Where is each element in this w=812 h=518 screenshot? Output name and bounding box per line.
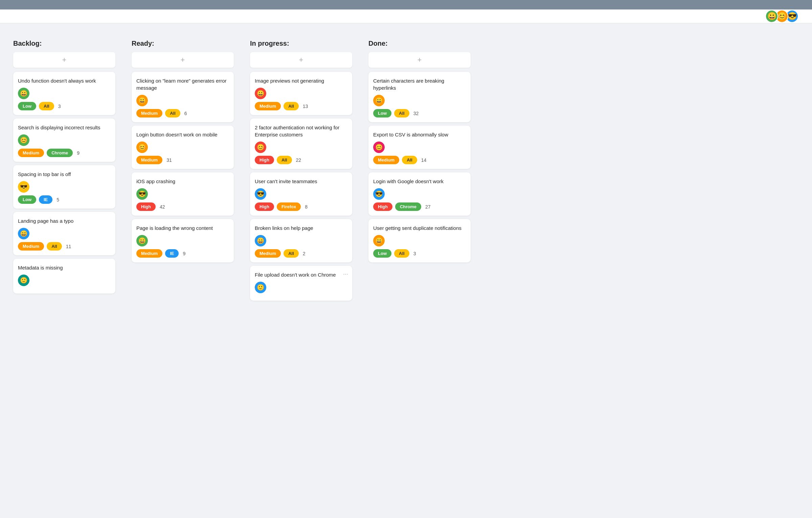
card-avatar: 🙂 [18, 275, 29, 286]
card-count: 5 [57, 197, 59, 202]
card[interactable]: Certain characters are breaking hyperlin… [368, 72, 471, 122]
card-footer: MediumAll11 [18, 242, 111, 251]
card-title: Export to CSV is abnormally slow [373, 131, 466, 138]
top-bar [0, 0, 812, 9]
platform-badge: Firefox [277, 202, 301, 211]
card-footer: LowAll32 [373, 109, 466, 117]
platform-badge: Chrome [395, 202, 421, 211]
platform-badge: All [284, 102, 299, 110]
card[interactable]: User can't invite teammates😎HighFirefox8 [250, 172, 352, 216]
card-avatar: 😀 [136, 95, 148, 106]
add-card-button-in-progress[interactable]: + [250, 52, 352, 68]
card[interactable]: Login with Google doesn't work😎HighChrom… [368, 172, 471, 216]
card-avatar: 😊 [18, 134, 29, 146]
priority-badge: High [255, 202, 274, 211]
card-avatar: 😎 [18, 181, 29, 193]
card-title: iOS app crashing [136, 178, 229, 185]
card[interactable]: Search is displaying incorrect results😊M… [13, 118, 115, 162]
card[interactable]: ···File upload doesn't work on Chrome🙂 [250, 266, 352, 301]
column-done: Done:+Certain characters are breaking hy… [364, 34, 475, 272]
card[interactable]: Spacing in top bar is off😎LowIE5 [13, 165, 115, 209]
card[interactable]: Landing page has a typo😄MediumAll11 [13, 212, 115, 255]
card-count: 9 [183, 251, 185, 256]
card-title: Search is displaying incorrect results [18, 124, 111, 131]
card-title: Clicking on "learn more" generates error… [136, 77, 229, 91]
card-footer: MediumAll13 [255, 102, 347, 110]
priority-badge: Medium [373, 156, 399, 164]
card-count: 14 [421, 157, 427, 163]
card-footer: MediumIE9 [136, 249, 229, 258]
card-count: 22 [296, 157, 301, 163]
priority-badge: Medium [255, 102, 281, 110]
card-title: Spacing in top bar is off [18, 171, 111, 178]
card-count: 8 [305, 204, 308, 210]
card-footer: HighChrome27 [373, 202, 466, 211]
priority-badge: High [373, 202, 392, 211]
card-count: 3 [58, 104, 61, 109]
priority-badge: High [136, 202, 156, 211]
platform-badge: All [47, 242, 62, 251]
card-avatar: 😄 [136, 235, 148, 246]
column-header-backlog: Backlog: [13, 40, 115, 47]
add-card-button-backlog[interactable]: + [13, 52, 115, 68]
card-title: Broken links on help page [255, 224, 347, 232]
card[interactable]: Undo function doesn't always work😀LowAll… [13, 72, 115, 115]
card-avatar: 😀 [18, 88, 29, 99]
card-title: File upload doesn't work on Chrome [255, 271, 347, 278]
card-avatar: 😄 [255, 235, 266, 246]
priority-badge: Low [373, 249, 391, 258]
priority-badge: Low [18, 102, 36, 110]
card[interactable]: Metadata is missing🙂 [13, 259, 115, 294]
card-count: 13 [303, 104, 308, 109]
card[interactable]: Image previews not generating😀MediumAll1… [250, 72, 352, 115]
card-title: User getting sent duplicate notification… [373, 224, 466, 232]
platform-badge: All [402, 156, 417, 164]
card[interactable]: Broken links on help page😄MediumAll2 [250, 219, 352, 262]
card-footer: MediumChrome9 [18, 149, 111, 157]
card-count: 42 [160, 204, 165, 210]
card-avatar: 😄 [373, 235, 385, 246]
column-backlog: Backlog:+Undo function doesn't always wo… [8, 34, 120, 303]
column-in-progress: In progress:+Image previews not generati… [245, 34, 357, 310]
card-title: User can't invite teammates [255, 178, 347, 185]
card-more-icon[interactable]: ··· [343, 271, 348, 278]
add-card-button-done[interactable]: + [368, 52, 471, 68]
card-footer: High42 [136, 202, 229, 211]
card[interactable]: iOS app crashing😎High42 [132, 172, 234, 216]
card-title: Landing page has a typo [18, 217, 111, 224]
card-title: Metadata is missing [18, 264, 111, 271]
card-footer: MediumAll6 [136, 109, 229, 117]
card-count: 27 [425, 204, 431, 210]
card[interactable]: Page is loading the wrong content😄Medium… [132, 219, 234, 262]
header: 😀😊😎 [0, 9, 812, 23]
board: Backlog:+Undo function doesn't always wo… [0, 23, 812, 320]
card-title: 2 factor authentication not working for … [255, 124, 347, 138]
card-footer: HighFirefox8 [255, 202, 347, 211]
card-count: 2 [303, 251, 306, 256]
platform-badge: All [165, 109, 180, 117]
card[interactable]: Clicking on "learn more" generates error… [132, 72, 234, 122]
card-footer: MediumAll2 [255, 249, 347, 258]
card-count: 11 [66, 244, 71, 249]
priority-badge: Medium [255, 249, 281, 258]
card-avatar: 😀 [255, 88, 266, 99]
card-count: 6 [184, 111, 187, 116]
card-count: 3 [413, 251, 416, 256]
card-avatar: 😎 [373, 188, 385, 200]
priority-badge: Medium [136, 109, 162, 117]
add-card-button-ready[interactable]: + [132, 52, 234, 68]
card-avatar: 😎 [255, 188, 266, 200]
card[interactable]: User getting sent duplicate notification… [368, 219, 471, 262]
card-footer: HighAll22 [255, 156, 347, 164]
header-avatars: 😀😊😎 [765, 10, 798, 23]
card-footer: LowAll3 [373, 249, 466, 258]
card-avatar: 🙂 [255, 282, 266, 293]
card-title: Login with Google doesn't work [373, 178, 466, 185]
card[interactable]: Export to CSV is abnormally slow😊MediumA… [368, 126, 471, 169]
card[interactable]: 2 factor authentication not working for … [250, 118, 352, 169]
card-avatar: 😊 [373, 142, 385, 153]
column-header-in-progress: In progress: [250, 40, 352, 47]
platform-badge: All [277, 156, 292, 164]
card[interactable]: Login button doesn't work on mobile😊Medi… [132, 126, 234, 169]
platform-badge: IE [39, 195, 52, 204]
